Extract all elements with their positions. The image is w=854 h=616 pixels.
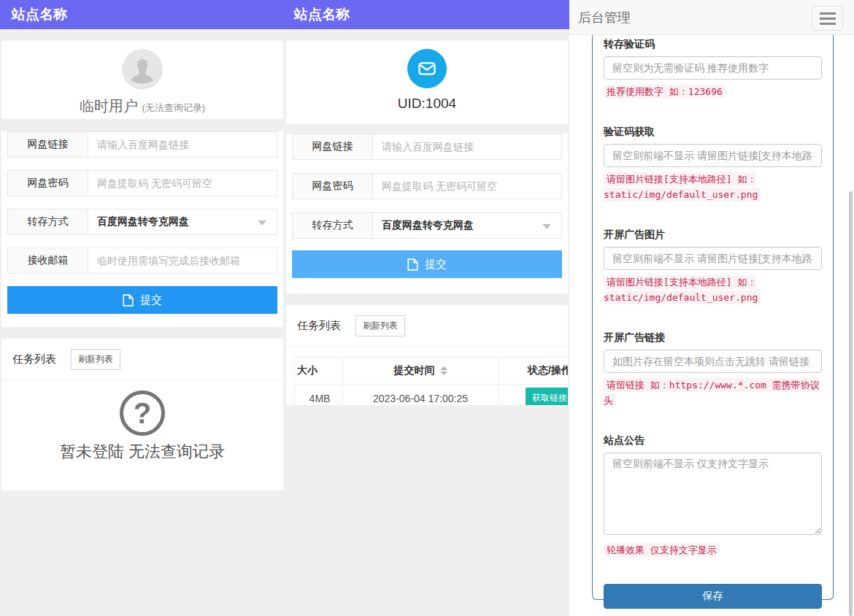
- transfer-form: 网盘链接 网盘密码 转存方式 百度网盘转夸克网盘 提交: [286, 134, 568, 293]
- splash-image-input[interactable]: [604, 247, 822, 270]
- cell-action: 获取链接: [499, 385, 569, 406]
- transfer-form: 网盘链接 网盘密码 转存方式 百度网盘转夸克网盘 接收邮箱 提交: [1, 131, 283, 327]
- site-notice-label: 站点公告: [604, 434, 822, 447]
- field-row-disk-link: 网盘链接: [7, 131, 277, 158]
- user-name-line: 临时用户 (无法查询记录): [1, 96, 283, 116]
- field-group-splash-link: 开屏广告链接 请留链接 如：https://www.*.com 需携带协议 头: [604, 331, 822, 408]
- task-list-title: 任务列表: [12, 353, 56, 366]
- field-group-splash-image: 开屏广告图片 请留图片链接[支持本地路径] 如： static/img/defa…: [604, 228, 822, 305]
- task-list-card: 任务列表 刷新列表 ? 暂未登陆 无法查询记录: [1, 339, 283, 490]
- admin-panel: 后台管理 转存验证码 推荐使用数字 如：123696 验证码获取 请留图片链接[…: [569, 0, 854, 616]
- task-table: 大小 提交时间 状态/操作 4MB 2023-06-04 17:00:25 获取…: [294, 357, 568, 405]
- submit-label: 提交: [425, 258, 447, 272]
- empty-state: ? 暂未登陆 无法查询记录: [1, 380, 283, 463]
- disk-password-label: 网盘密码: [8, 171, 88, 196]
- user-avatar-icon: [122, 49, 163, 90]
- admin-settings-card: 转存验证码 推荐使用数字 如：123696 验证码获取 请留图片链接[支持本地路…: [592, 35, 834, 600]
- hint-code-text: 请留链接 如：https://www.*.com 需携带协议 头: [604, 378, 820, 407]
- task-table-wrap: 大小 提交时间 状态/操作 4MB 2023-06-04 17:00:25 获取…: [294, 357, 568, 405]
- transfer-mode-select[interactable]: 百度网盘转夸克网盘: [373, 213, 561, 238]
- field-row-disk-link: 网盘链接: [292, 134, 562, 160]
- submit-button[interactable]: 提交: [292, 250, 562, 278]
- site-notice-hint: 轮播效果 仅支持文字显示: [604, 542, 822, 558]
- captcha-code-label: 转存验证码: [604, 38, 822, 51]
- field-group-captcha-source: 验证码获取 请留图片链接[支持本地路径] 如： static/img/defau…: [604, 126, 822, 202]
- splash-link-input[interactable]: [604, 350, 822, 373]
- submit-label: 提交: [140, 293, 162, 307]
- site-panel-guest: 站点名称 临时用户 (无法查询记录) 网盘链接 网盘密码 转存方式 百度网盘转夸…: [0, 0, 285, 616]
- site-panel-logged-in: 站点名称 UID:1004 网盘链接 网盘密码 转存方式 百度网盘转夸克网盘: [285, 0, 569, 616]
- field-row-transfer-mode: 转存方式 百度网盘转夸克网盘: [292, 212, 562, 239]
- captcha-source-hint: 请留图片链接[支持本地路径] 如： static/img/default_use…: [604, 172, 822, 202]
- hamburger-icon: [820, 12, 836, 15]
- hint-code-text: 推荐使用数字 如：123696: [604, 85, 726, 99]
- col-header-size: 大小: [295, 358, 343, 385]
- empty-state-text: 暂未登陆 无法查询记录: [1, 441, 283, 463]
- splash-image-hint: 请留图片链接[支持本地路径] 如： static/img/default_use…: [604, 274, 822, 305]
- transfer-mode-select[interactable]: 百度网盘转夸克网盘: [88, 209, 277, 234]
- site-title: 站点名称: [285, 0, 569, 29]
- envelope-icon: [407, 49, 447, 88]
- uid-card: UID:1004: [286, 41, 568, 124]
- chevron-down-icon: [258, 220, 266, 226]
- splash-image-label: 开屏广告图片: [604, 228, 822, 242]
- transfer-mode-value: 百度网盘转夸克网盘: [382, 219, 474, 232]
- disk-password-input[interactable]: [88, 171, 277, 196]
- disk-password-input[interactable]: [373, 174, 561, 199]
- transfer-mode-label: 转存方式: [293, 213, 373, 238]
- captcha-code-input[interactable]: [604, 56, 822, 80]
- user-note: (无法查询记录): [142, 102, 205, 113]
- transfer-mode-label: 转存方式: [8, 209, 88, 234]
- disk-password-label: 网盘密码: [293, 174, 373, 199]
- splash-link-label: 开屏广告链接: [604, 331, 822, 344]
- hint-code-text: 请留图片链接[支持本地路径] 如： static/img/default_use…: [604, 275, 761, 304]
- captcha-source-label: 验证码获取: [604, 126, 822, 139]
- captcha-code-hint: 推荐使用数字 如：123696: [604, 84, 822, 99]
- refresh-list-button[interactable]: 刷新列表: [355, 315, 405, 336]
- file-icon: [123, 294, 134, 307]
- splash-link-hint: 请留链接 如：https://www.*.com 需携带协议 头: [604, 377, 822, 408]
- hamburger-menu-button[interactable]: [812, 6, 843, 31]
- site-title: 站点名称: [0, 0, 285, 29]
- uid-text: UID:1004: [286, 96, 568, 112]
- col-header-time-label: 提交时间: [394, 364, 435, 376]
- receive-email-input[interactable]: [88, 248, 277, 273]
- field-row-disk-password: 网盘密码: [7, 170, 277, 196]
- col-header-action: 状态/操作: [499, 358, 569, 385]
- refresh-list-button[interactable]: 刷新列表: [71, 349, 120, 370]
- disk-link-label: 网盘链接: [8, 132, 88, 157]
- field-group-captcha-code: 转存验证码 推荐使用数字 如：123696: [604, 38, 822, 99]
- site-notice-textarea[interactable]: [604, 453, 822, 535]
- hint-code-text: 请留图片链接[支持本地路径] 如： static/img/default_use…: [604, 172, 761, 201]
- task-list-header: 任务列表 刷新列表: [1, 339, 283, 380]
- submit-button[interactable]: 提交: [7, 286, 277, 314]
- disk-link-input[interactable]: [88, 132, 277, 157]
- disk-link-input[interactable]: [373, 134, 561, 159]
- scrollbar-thumb[interactable]: [849, 191, 853, 616]
- get-link-button[interactable]: 获取链接: [526, 388, 568, 405]
- table-header-row: 大小 提交时间 状态/操作: [295, 358, 569, 385]
- col-header-time: 提交时间: [343, 358, 499, 385]
- task-list-header: 任务列表 刷新列表: [286, 305, 568, 347]
- question-mark-icon: ?: [120, 390, 165, 436]
- disk-link-label: 网盘链接: [293, 134, 373, 159]
- task-list-title: 任务列表: [297, 319, 341, 333]
- task-list-card: 任务列表 刷新列表 大小 提交时间 状态/操作 4MB 2: [286, 305, 568, 405]
- cell-size: 4MB: [295, 385, 343, 406]
- field-row-disk-password: 网盘密码: [292, 173, 562, 199]
- sort-icon[interactable]: [440, 366, 447, 375]
- captcha-source-input[interactable]: [604, 144, 822, 167]
- field-group-site-notice: 站点公告 轮播效果 仅支持文字显示: [604, 434, 822, 558]
- save-button[interactable]: 保存: [604, 584, 822, 609]
- table-row: 4MB 2023-06-04 17:00:25 获取链接: [295, 385, 569, 406]
- user-card: 临时用户 (无法查询记录): [1, 41, 283, 119]
- cell-time: 2023-06-04 17:00:25: [343, 385, 499, 406]
- transfer-mode-value: 百度网盘转夸克网盘: [97, 215, 189, 228]
- admin-header: 后台管理: [569, 0, 854, 35]
- field-row-receive-email: 接收邮箱: [7, 247, 277, 274]
- chevron-down-icon: [542, 224, 551, 229]
- hint-code-text: 轮播效果 仅支持文字显示: [604, 543, 720, 557]
- receive-email-label: 接收邮箱: [8, 248, 88, 273]
- user-name: 临时用户: [80, 98, 138, 114]
- field-row-transfer-mode: 转存方式 百度网盘转夸克网盘: [7, 209, 277, 235]
